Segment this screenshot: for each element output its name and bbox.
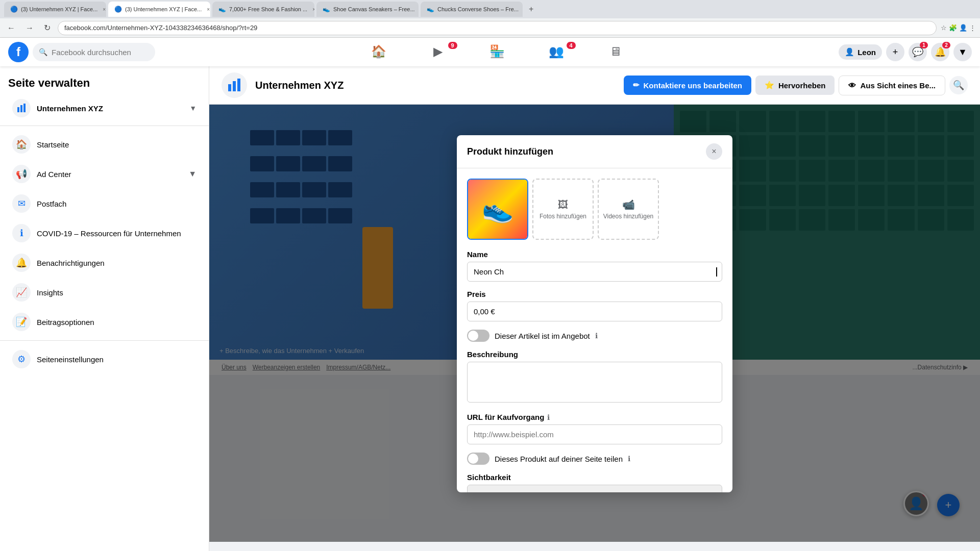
adcenter-chevron-icon: ▼ [188, 169, 197, 179]
description-input[interactable] [467, 362, 722, 403]
share-toggle[interactable] [467, 453, 489, 465]
view-as-button[interactable]: 👁 Aus Sicht eines Be... [839, 76, 945, 95]
price-input[interactable] [467, 302, 722, 321]
tab-4[interactable]: 👟 Shoe Canvas Sneakers – Free... × [316, 2, 419, 17]
sidebar-item-postfach[interactable]: ✉ Postfach [4, 189, 205, 218]
price-label: Preis [467, 290, 722, 298]
sidebar-title: Seite verwalten [0, 70, 209, 94]
header-actions: ✏ Kontaktiere uns bearbeiten ⭐ Hervorheb… [624, 76, 968, 95]
messenger-button[interactable]: 💬 1 [909, 43, 927, 61]
tab-2-favicon: 🔵 [114, 6, 122, 13]
nav-marketplace[interactable]: 🏪 [468, 38, 527, 66]
tab-1-label: (3) Unternehmen XYZ | Face... [21, 6, 97, 12]
new-tab-button[interactable]: + [525, 5, 537, 14]
sidebar-page-item[interactable]: Unternehmen XYZ ▼ [4, 95, 205, 121]
description-field-group: Beschreibung [467, 350, 722, 405]
highlight-button[interactable]: ⭐ Hervorheben [755, 76, 835, 95]
name-field-group: Name [467, 250, 722, 282]
extensions-icon[interactable]: 🧩 [949, 24, 957, 32]
plus-button[interactable]: + [886, 43, 904, 61]
tab-4-label: Shoe Canvas Sneakers – Free... [333, 6, 415, 12]
sidebar-item-insights[interactable]: 📈 Insights [4, 278, 205, 307]
url-info-icon[interactable]: ℹ [547, 413, 550, 421]
offer-toggle[interactable] [467, 330, 489, 342]
page-logo [222, 72, 247, 98]
sidebar-item-notifications[interactable]: 🔔 Benachrichtigungen [4, 248, 205, 277]
tab-3[interactable]: 👟 7,000+ Free Shoe & Fashion ... × [212, 2, 314, 17]
contact-edit-button[interactable]: ✏ Kontaktiere uns bearbeiten [624, 76, 751, 95]
sidebar-item-settings[interactable]: ⚙ Seiteneinstellungen [4, 345, 205, 373]
bookmark-icon[interactable]: ☆ [941, 24, 947, 32]
svg-rect-1 [20, 105, 22, 112]
sidebar-item-covid[interactable]: ℹ COVID-19 – Ressourcen für Unternehmen [4, 219, 205, 247]
edit-icon: ✏ [633, 81, 640, 90]
name-input[interactable] [467, 262, 722, 282]
notifications-button[interactable]: 🔔 2 [931, 43, 949, 61]
svg-rect-4 [233, 81, 236, 91]
notifications-nav-icon: 🔔 [12, 254, 31, 272]
back-button[interactable]: ← [4, 21, 18, 35]
user-profile-btn[interactable]: 👤 Leon [839, 44, 882, 60]
tab-3-label: 7,000+ Free Shoe & Fashion ... [229, 6, 307, 12]
share-info-icon[interactable]: ℹ [628, 455, 630, 463]
sidebar-label-covid: COVID-19 – Ressourcen für Unternehmen [37, 229, 181, 238]
nav-groups[interactable]: 👥 4 [527, 38, 586, 66]
search-input[interactable] [52, 48, 143, 57]
svg-rect-3 [228, 84, 231, 91]
page-body: Seite verwalten Unternehmen XYZ ▼ 🏠 Star… [0, 66, 980, 551]
sidebar-item-startseite[interactable]: 🏠 Startseite [4, 130, 205, 159]
visibility-field-group: Sichtbarkeit Alle Nur ich [467, 473, 722, 492]
header-search-button[interactable]: 🔍 [949, 76, 968, 94]
reels-badge: 9 [448, 42, 457, 49]
covid-icon: ℹ [12, 224, 31, 242]
add-photos-button[interactable]: 🖼 Fotos hinzufügen [532, 179, 594, 240]
header-right: 👤 Leon + 💬 1 🔔 2 ▼ [839, 43, 972, 61]
modal-close-button[interactable]: × [706, 143, 722, 160]
tab-2-close[interactable]: × [207, 7, 210, 12]
url-label: URL für Kaufvorgang [467, 413, 544, 421]
settings-icon: ⚙ [12, 350, 31, 368]
share-toggle-label: Dieses Produkt auf deiner Seite teilen [495, 455, 623, 463]
sidebar-item-adcenter[interactable]: 📢 Ad Center ▼ [4, 160, 205, 188]
sidebar-item-beitrag[interactable]: 📝 Beitragsoptionen [4, 308, 205, 336]
beitrag-icon: 📝 [12, 313, 31, 331]
name-label: Name [467, 250, 722, 259]
main-product-image: 👟 [467, 179, 528, 240]
add-videos-button[interactable]: 📹 Videos hinzufügen [598, 179, 659, 240]
visibility-select[interactable]: Alle Nur ich [467, 485, 722, 492]
toggle-knob [468, 331, 478, 341]
groups-icon: 👥 [549, 44, 564, 59]
offer-info-icon[interactable]: ℹ [595, 332, 598, 340]
address-bar[interactable]: facebook.com/Unternehmen-XYZ-10433823463… [58, 21, 937, 35]
text-cursor [716, 267, 717, 277]
sidebar-label-adcenter: Ad Center [37, 170, 182, 179]
nav-reels[interactable]: ▶ 9 [408, 38, 468, 66]
tab-5-label: Chucks Converse Shoes – Fre... [437, 6, 519, 12]
profile-icon[interactable]: 👤 [959, 24, 967, 32]
menu-chevron-button[interactable]: ▼ [953, 43, 972, 61]
tab-1[interactable]: 🔵 (3) Unternehmen XYZ | Face... × [4, 2, 106, 17]
tab-3-close[interactable]: × [312, 7, 314, 12]
forward-button[interactable]: → [22, 21, 37, 35]
svg-rect-0 [17, 107, 19, 112]
home-icon: 🏠 [371, 44, 386, 59]
messenger-badge: 1 [920, 42, 928, 48]
url-input[interactable] [467, 424, 722, 444]
tab-5[interactable]: 👟 Chucks Converse Shoes – Fre... × [421, 2, 523, 17]
refresh-button[interactable]: ↻ [41, 21, 54, 35]
reels-icon: ▶ [433, 44, 443, 59]
nav-gaming[interactable]: 🖥 [586, 38, 645, 66]
menu-icon[interactable]: ⋮ [969, 24, 976, 32]
image-upload-row: 👟 🖼 Fotos hinzufügen 📹 Videos hinzufügen [467, 179, 722, 240]
address-text: facebook.com/Unternehmen-XYZ-10433823463… [64, 24, 257, 32]
tab-2[interactable]: 🔵 (3) Unternehmen XYZ | Face... × [108, 2, 210, 17]
notifications-badge: 2 [942, 42, 950, 48]
tab-2-label: (3) Unternehmen XYZ | Face... [125, 6, 202, 12]
search-bar[interactable]: 🔍 [33, 43, 155, 61]
svg-rect-2 [23, 104, 26, 112]
tab-1-close[interactable]: × [103, 7, 106, 12]
search-page-icon: 🔍 [953, 80, 964, 91]
sidebar-label-beitrag: Beitragsoptionen [37, 318, 94, 327]
nav-home[interactable]: 🏠 [349, 38, 408, 66]
insights-icon: 📈 [12, 283, 31, 302]
